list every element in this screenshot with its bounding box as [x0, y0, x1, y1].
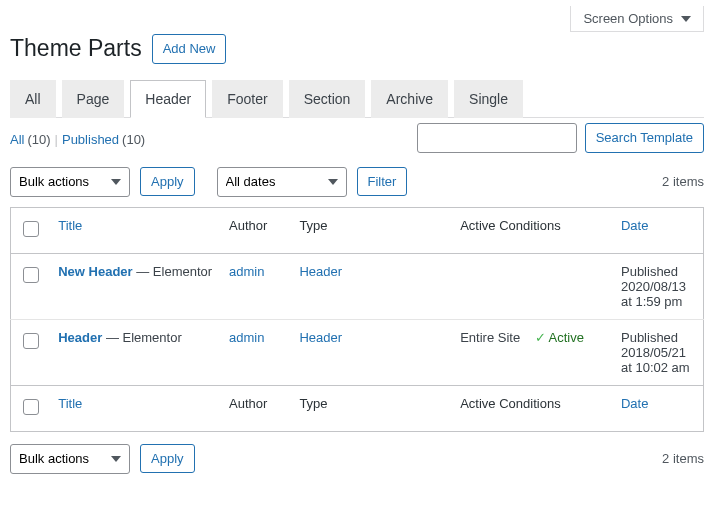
page-title: Theme Parts: [10, 35, 142, 62]
screen-options-toggle[interactable]: Screen Options: [570, 6, 704, 32]
row-title-suffix: — Elementor: [136, 264, 212, 279]
row-condition: Entire Site: [460, 330, 520, 345]
row-type-link[interactable]: Header: [299, 330, 342, 345]
search-input[interactable]: [417, 123, 577, 153]
row-checkbox[interactable]: [23, 333, 39, 349]
view-all-count: (10): [27, 132, 50, 147]
row-type-link[interactable]: Header: [299, 264, 342, 279]
active-badge: Active: [535, 330, 584, 345]
tab-header[interactable]: Header: [130, 80, 206, 118]
tab-page[interactable]: Page: [62, 80, 125, 118]
row-title-suffix: — Elementor: [106, 330, 182, 345]
template-type-tabs: All Page Header Footer Section Archive S…: [10, 80, 704, 118]
table-row: New Header — Elementor admin Header Publ…: [11, 253, 704, 319]
templates-table: Title Author Type Active Conditions Date…: [10, 207, 704, 432]
tab-section[interactable]: Section: [289, 80, 366, 118]
row-date: Published 2020/08/13 at 1:59 pm: [613, 253, 704, 319]
bulk-actions-select-top[interactable]: Bulk actions: [10, 167, 130, 197]
view-published-count: (10): [122, 132, 145, 147]
select-all-bottom[interactable]: [23, 399, 39, 415]
bulk-actions-select-bottom[interactable]: Bulk actions: [10, 444, 130, 474]
row-checkbox[interactable]: [23, 267, 39, 283]
tab-footer[interactable]: Footer: [212, 80, 282, 118]
add-new-button[interactable]: Add New: [152, 34, 227, 64]
col-author-foot: Author: [221, 385, 291, 431]
screen-options-label: Screen Options: [583, 11, 673, 26]
row-author-link[interactable]: admin: [229, 264, 264, 279]
date-filter-select[interactable]: All dates: [217, 167, 347, 197]
col-date-foot[interactable]: Date: [621, 396, 648, 411]
select-all-top[interactable]: [23, 221, 39, 237]
row-author-link[interactable]: admin: [229, 330, 264, 345]
tab-all[interactable]: All: [10, 80, 56, 118]
items-count-bottom: 2 items: [662, 451, 704, 466]
view-all-link[interactable]: All: [10, 132, 24, 147]
col-title-foot[interactable]: Title: [58, 396, 82, 411]
table-row: Header — Elementor admin Header Entire S…: [11, 319, 704, 385]
chevron-down-icon: [681, 16, 691, 22]
row-title-link[interactable]: New Header: [58, 264, 132, 279]
col-title-head[interactable]: Title: [58, 218, 82, 233]
tab-archive[interactable]: Archive: [371, 80, 448, 118]
search-button[interactable]: Search Template: [585, 123, 704, 153]
col-type-head: Type: [291, 207, 452, 253]
items-count-top: 2 items: [662, 174, 704, 189]
col-type-foot: Type: [291, 385, 452, 431]
apply-button-top[interactable]: Apply: [140, 167, 195, 197]
filter-button[interactable]: Filter: [357, 167, 408, 197]
col-author-head: Author: [221, 207, 291, 253]
row-date: Published 2018/05/21 at 10:02 am: [613, 319, 704, 385]
apply-button-bottom[interactable]: Apply: [140, 444, 195, 474]
row-title-link[interactable]: Header: [58, 330, 102, 345]
col-date-head[interactable]: Date: [621, 218, 648, 233]
col-conditions-head: Active Conditions: [452, 207, 613, 253]
view-published-link[interactable]: Published: [62, 132, 119, 147]
col-conditions-foot: Active Conditions: [452, 385, 613, 431]
tab-single[interactable]: Single: [454, 80, 523, 118]
